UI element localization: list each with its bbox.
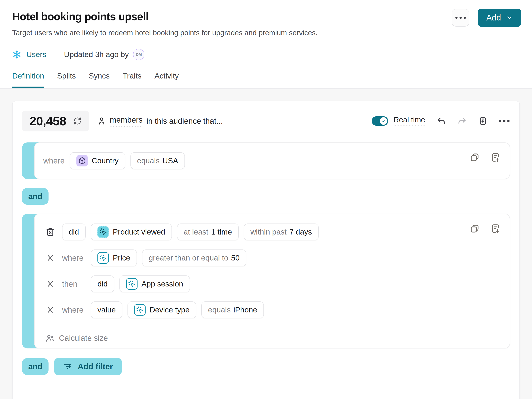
property-chip-price[interactable]: Price [91, 249, 137, 266]
more-options-button[interactable] [452, 9, 469, 26]
operator-value: 50 [231, 254, 240, 262]
refresh-icon[interactable] [73, 117, 82, 125]
page-header: Hotel booking points upsell Target users… [0, 0, 532, 61]
remove-row-icon[interactable] [46, 280, 55, 288]
realtime-toggle[interactable] [372, 116, 388, 126]
realtime-label[interactable]: Real time [394, 116, 425, 126]
duplicate-icon[interactable] [469, 223, 480, 234]
entity-label: Users [26, 50, 46, 59]
operator-chip[interactable]: equals USA [130, 152, 185, 169]
toggle-knob [380, 117, 387, 125]
undo-icon[interactable] [437, 116, 446, 126]
event-chip-product-viewed[interactable]: Product viewed [91, 223, 172, 240]
cube-icon [76, 155, 88, 166]
condition-block-1: where Country equals [22, 143, 510, 179]
tab-activity[interactable]: Activity [154, 72, 179, 88]
operator-chip-gte[interactable]: greater than or equal to 50 [142, 249, 246, 266]
add-button-label: Add [486, 13, 501, 22]
condition-prefix: where [43, 157, 65, 165]
event-condition-rows: did Product viewed [35, 214, 510, 328]
field-chip-label: Country [92, 157, 119, 165]
chevron-down-icon [506, 14, 513, 21]
delete-condition-icon[interactable] [46, 227, 55, 237]
member-count: 20,458 [30, 114, 66, 128]
event-chip-label: App session [141, 280, 183, 288]
add-button[interactable]: Add [478, 9, 521, 27]
tab-traits[interactable]: Traits [123, 72, 141, 88]
value-kind-label: value [97, 306, 116, 314]
row-prefix: then [62, 280, 85, 288]
value-property-row: where value [46, 301, 502, 318]
connector-band: and [22, 188, 510, 205]
operator-label: equals [208, 306, 231, 314]
people-icon [46, 334, 54, 343]
person-icon [97, 117, 106, 125]
verb-label: did [97, 280, 108, 288]
audience-builder-page: Hotel booking points upsell Target users… [0, 0, 532, 399]
bottom-actions: and Add filter [22, 358, 510, 375]
main-area: 20,458 members in thi [0, 89, 532, 399]
duplicate-icon[interactable] [469, 152, 480, 163]
tab-bar: Definition Splits Syncs Traits Activity [0, 72, 532, 89]
calculate-size-label: Calculate size [59, 334, 108, 343]
verb-chip[interactable]: did [62, 223, 86, 240]
member-count-pill: 20,458 [22, 111, 89, 131]
condition-card-2: did Product viewed [34, 214, 510, 348]
avatar[interactable]: DM [133, 49, 144, 60]
tab-splits[interactable]: Splits [57, 72, 76, 88]
members-label[interactable]: members [110, 116, 143, 126]
property-click-icon [134, 304, 146, 316]
event-click-icon [97, 226, 109, 238]
operator-value: USA [162, 157, 178, 165]
and-connector-2[interactable]: and [22, 358, 49, 375]
condition-row: where Country equals [41, 152, 190, 169]
members-sentence: members in this audience that... [97, 116, 223, 126]
page-title: Hotel booking points upsell [12, 10, 521, 23]
row-prefix: where [62, 306, 85, 314]
frequency-label: at least [184, 228, 209, 236]
operator-chip-equals[interactable]: equals iPhone [201, 301, 264, 318]
calculate-size-button[interactable]: Calculate size [35, 328, 510, 348]
stats-toolbar: Real time [372, 116, 510, 126]
condition-card-actions [469, 223, 500, 234]
add-filter-label: Add filter [78, 362, 113, 371]
header-actions: Add [452, 9, 521, 27]
time-window-chip[interactable]: within past 7 days [244, 223, 319, 240]
snowflake-icon [12, 50, 22, 59]
add-to-note-icon[interactable] [490, 152, 500, 163]
save-version-icon[interactable] [478, 116, 488, 126]
remove-row-icon[interactable] [46, 254, 55, 262]
property-row: where Price [46, 249, 502, 266]
verb-chip[interactable]: did [91, 275, 114, 292]
operator-label: equals [137, 157, 160, 165]
page-description: Target users who are likely to redeem ho… [12, 29, 521, 37]
time-window-label: within past [250, 228, 287, 236]
property-chip-label: Price [113, 254, 130, 262]
value-kind-chip[interactable]: value [91, 301, 122, 318]
redo-icon[interactable] [457, 116, 467, 126]
frequency-chip[interactable]: at least 1 time [177, 223, 239, 240]
add-filter-button[interactable]: Add filter [54, 358, 122, 375]
remove-row-icon[interactable] [46, 306, 55, 314]
filter-plus-icon [63, 362, 72, 371]
property-chip-label: Device type [150, 306, 190, 314]
field-chip-country[interactable]: Country [70, 152, 125, 169]
stats-row: 20,458 members in thi [22, 111, 510, 131]
entity-link[interactable]: Users [12, 50, 46, 59]
event-chip-app-session[interactable]: App session [120, 275, 190, 292]
property-chip-device-type[interactable]: Device type [127, 301, 196, 318]
event-click-icon [126, 278, 138, 290]
property-click-icon [97, 252, 109, 264]
frequency-value: 1 time [211, 228, 232, 236]
event-row: did Product viewed [46, 223, 502, 240]
overflow-menu-icon[interactable] [499, 120, 510, 122]
tab-syncs[interactable]: Syncs [89, 72, 110, 88]
event-chip-label: Product viewed [113, 228, 165, 236]
members-suffix: in this audience that... [146, 117, 223, 125]
and-connector-1[interactable]: and [22, 188, 49, 205]
tab-definition[interactable]: Definition [12, 72, 44, 88]
updated-text: Updated 3h ago by [64, 50, 129, 59]
add-to-note-icon[interactable] [490, 223, 500, 234]
row-prefix: where [62, 254, 85, 262]
ellipsis-icon [455, 17, 466, 19]
